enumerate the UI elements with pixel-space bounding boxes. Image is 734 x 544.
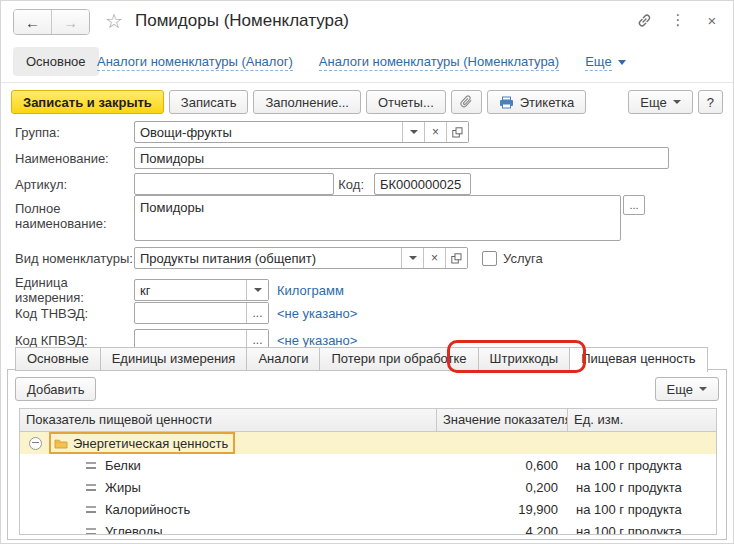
nutrition-table: Показатель пищевой ценности Значение пок… <box>19 408 717 535</box>
close-icon[interactable]: × <box>703 11 721 29</box>
list-item-icon <box>86 528 96 535</box>
field-row-unit: Единица измерения: Килограмм <box>15 275 344 305</box>
nutrition-panel: Добавить Еще Показатель пищевой ценности… <box>7 369 727 540</box>
tab-nutrition[interactable]: Пищевая ценность <box>570 347 707 372</box>
unit-link[interactable]: Килограмм <box>277 283 344 298</box>
field-row-nomtype: Вид номенклатуры: × Услуга <box>15 247 543 269</box>
table-row[interactable]: Углеводы 4,200 на 100 г продукта <box>20 520 716 535</box>
service-checkbox[interactable] <box>482 251 497 266</box>
chevron-down-icon <box>254 288 262 292</box>
page-title: Помидоры (Номенклатура) <box>135 11 349 31</box>
row-name: Белки <box>105 458 141 473</box>
nomtype-dropdown-button[interactable] <box>401 248 423 268</box>
label-print-button[interactable]: Этикетка <box>487 90 586 114</box>
add-row-button[interactable]: Добавить <box>15 377 96 401</box>
table-group-row[interactable]: Энергетическая ценность <box>20 432 716 454</box>
collapse-icon[interactable] <box>29 437 42 450</box>
nav-link-analogs-nomenclature[interactable]: Аналоги номенклатуры (Номенклатура) <box>319 54 559 71</box>
field-row-tnved: Код ТНВЭД: ... <не указано> <box>15 302 357 324</box>
group-clear-button[interactable]: × <box>424 122 446 142</box>
group-open-button[interactable] <box>446 122 468 142</box>
row-unit: на 100 г продукта <box>568 480 716 495</box>
help-button[interactable]: ? <box>698 90 723 114</box>
nav-more-label: Еще <box>585 54 611 71</box>
save-and-close-button[interactable]: Записать и закрыть <box>11 90 164 114</box>
tab-main[interactable]: Основные <box>15 347 101 371</box>
favorite-star-icon[interactable]: ☆ <box>105 10 123 32</box>
article-input[interactable] <box>134 173 334 195</box>
chevron-down-icon <box>409 256 417 260</box>
name-label: Наименование: <box>15 151 134 166</box>
nomtype-field: × <box>134 247 468 269</box>
nav-link-analogs[interactable]: Аналоги номенклатуры (Аналог) <box>97 54 293 71</box>
window-menu-icon[interactable]: ⋮ <box>669 11 687 29</box>
toolbar-more-button[interactable]: Еще <box>628 90 692 114</box>
reports-button[interactable]: Отчеты... <box>366 90 446 114</box>
name-input[interactable] <box>134 147 669 169</box>
row-name: Жиры <box>105 480 141 495</box>
row-unit: на 100 г продукта <box>568 524 716 536</box>
code-label: Код: <box>334 177 364 192</box>
row-value: 4,200 <box>437 524 568 536</box>
save-button[interactable]: Записать <box>169 90 249 114</box>
field-row-group: Группа: × <box>15 121 469 143</box>
column-header-indicator[interactable]: Показатель пищевой ценности <box>20 409 437 431</box>
table-more-button[interactable]: Еще <box>655 377 719 401</box>
list-item-icon <box>86 506 96 513</box>
group-field: × <box>134 121 469 143</box>
code-input[interactable] <box>374 173 471 195</box>
row-value: 19,900 <box>437 502 568 517</box>
unit-input[interactable] <box>135 280 246 300</box>
toolbar-more-label: Еще <box>640 95 666 110</box>
tnved-select-button[interactable]: ... <box>246 303 268 323</box>
article-label: Артикул: <box>15 177 134 192</box>
unit-label: Единица измерения: <box>15 275 134 305</box>
row-value: 0,600 <box>437 458 568 473</box>
kpved-link[interactable]: <не указано> <box>277 333 357 348</box>
nomtype-input[interactable] <box>135 248 401 268</box>
field-row-article: Артикул: Код: <box>15 173 471 195</box>
tab-processing-losses[interactable]: Потери при обработке <box>320 347 478 371</box>
fullname-textarea[interactable]: Помидоры <box>134 195 621 241</box>
nav-more-menu[interactable]: Еще <box>585 54 625 71</box>
chevron-down-icon <box>699 387 707 391</box>
column-header-value[interactable]: Значение показателя <box>437 409 568 431</box>
chevron-down-icon <box>410 130 418 134</box>
printer-icon <box>499 96 514 109</box>
forward-button[interactable]: → <box>51 10 89 34</box>
row-name: Калорийность <box>105 502 190 517</box>
tnved-input[interactable] <box>135 303 246 323</box>
group-row-name: Энергетическая ценность <box>73 436 228 451</box>
chevron-down-icon <box>673 100 681 104</box>
history-nav: ← → <box>13 9 90 35</box>
nomenclature-form-window: ← → ☆ Помидоры (Номенклатура) ⋮ × Основн… <box>0 0 734 544</box>
column-header-unit[interactable]: Ед. изм. <box>568 409 716 431</box>
nav-section-main[interactable]: Основное <box>13 47 99 76</box>
table-row[interactable]: Калорийность 19,900 на 100 г продукта <box>20 498 716 520</box>
nomtype-clear-button[interactable]: × <box>423 248 445 268</box>
tab-barcodes[interactable]: Штрихкоды <box>479 347 571 371</box>
get-link-icon[interactable] <box>635 11 653 29</box>
field-row-fullname: Полное наименование: <box>15 201 134 231</box>
nomtype-open-button[interactable] <box>445 248 467 268</box>
open-icon <box>452 127 463 138</box>
window-title-bar: ← → ☆ Помидоры (Номенклатура) ⋮ × <box>1 1 733 41</box>
service-checkbox-label: Услуга <box>503 251 543 266</box>
open-icon <box>451 253 462 264</box>
back-button[interactable]: ← <box>14 10 51 34</box>
attachments-button[interactable] <box>451 90 482 114</box>
tab-analogs[interactable]: Аналоги <box>247 347 320 371</box>
group-dropdown-button[interactable] <box>402 122 424 142</box>
group-input[interactable] <box>135 122 402 142</box>
tnved-link[interactable]: <не указано> <box>277 306 357 321</box>
table-more-label: Еще <box>667 382 693 397</box>
fullname-expand-button[interactable]: ... <box>623 195 645 215</box>
fullname-label: Полное наименование: <box>15 201 134 231</box>
unit-dropdown-button[interactable] <box>246 280 268 300</box>
table-row[interactable]: Жиры 0,200 на 100 г продукта <box>20 476 716 498</box>
table-row[interactable]: Белки 0,600 на 100 г продукта <box>20 454 716 476</box>
unit-field <box>134 279 269 301</box>
tab-units[interactable]: Единицы измерения <box>101 347 248 371</box>
list-item-icon <box>86 462 96 469</box>
fill-button[interactable]: Заполнение... <box>253 90 361 114</box>
